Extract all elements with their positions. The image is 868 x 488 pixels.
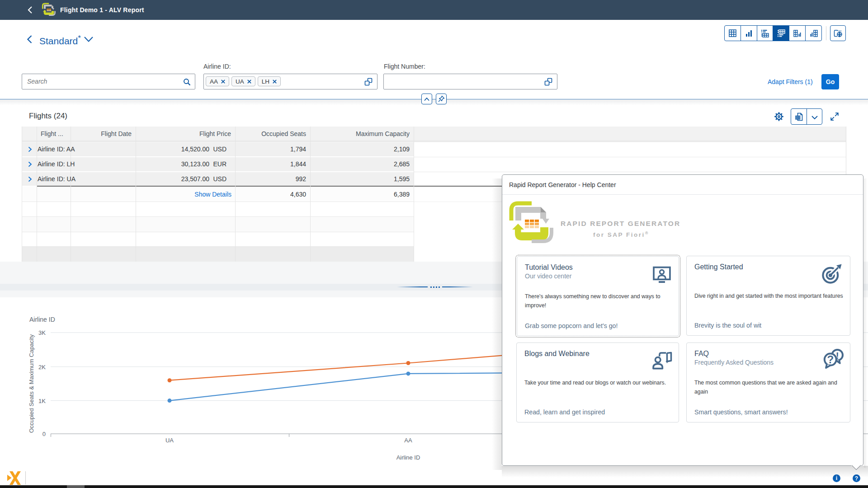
svg-text:UA: UA [165,437,174,444]
svg-text:2K: 2K [38,364,46,371]
svg-text:Airline ID: Airline ID [396,454,420,461]
svg-text:1K: 1K [38,398,46,404]
svg-text:!: ! [836,350,839,361]
svg-text:Occupied Seats & Maximum Capac: Occupied Seats & Maximum Capacity [28,334,35,433]
svg-text:Airline ID: Airline ID [29,316,55,323]
svg-text:0: 0 [42,431,46,437]
svg-text:3K: 3K [38,329,46,336]
svg-text:?: ? [827,353,834,366]
svg-text:AA: AA [404,437,412,444]
